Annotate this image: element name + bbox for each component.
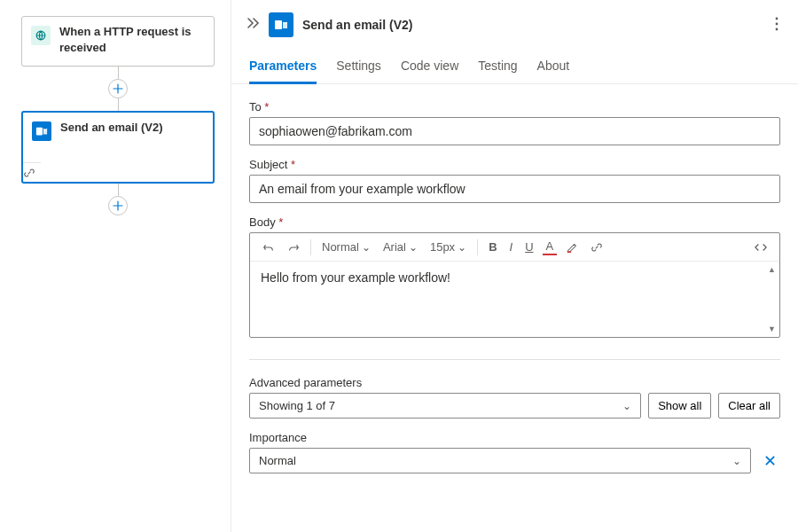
to-label: To * [249, 100, 780, 113]
tab-parameters[interactable]: Parameters [249, 59, 317, 84]
parameters-form: To * Subject * Body * Normal ⌄ Arial ⌄ 1… [231, 84, 798, 532]
add-step-button[interactable] [108, 79, 128, 98]
details-panel: Send an email (V2) Parameters Settings C… [231, 0, 798, 532]
link-icon [23, 168, 35, 182]
workflow-canvas: When a HTTP request is received Send an … [0, 0, 231, 532]
advanced-select[interactable]: Showing 1 of 7 ⌄ [249, 393, 641, 419]
to-input[interactable] [249, 117, 780, 145]
code-toggle-icon[interactable] [751, 239, 771, 255]
node-title: Send an email (V2) [60, 120, 163, 141]
panel-title: Send an email (V2) [302, 18, 412, 32]
subject-input[interactable] [249, 175, 780, 203]
http-request-icon [31, 26, 51, 45]
body-editor: Normal ⌄ Arial ⌄ 15px ⌄ B I U A ▲ Hello … [249, 232, 780, 338]
tab-about[interactable]: About [537, 59, 570, 83]
svg-rect-2 [275, 20, 282, 29]
clear-all-button[interactable]: Clear all [718, 393, 780, 419]
font-style-select[interactable]: Normal ⌄ [318, 239, 374, 255]
collapse-icon[interactable] [246, 16, 260, 34]
importance-label: Importance [249, 431, 780, 444]
node-title: When a HTTP request is received [59, 24, 205, 55]
body-label: Body * [249, 215, 780, 229]
connector [21, 66, 215, 111]
chevron-down-icon: ⌄ [622, 400, 631, 412]
italic-icon[interactable]: I [506, 239, 517, 255]
panel-header: Send an email (V2) [231, 0, 798, 43]
link-button-icon[interactable] [587, 239, 606, 255]
subject-label: Subject * [249, 158, 780, 171]
font-size-select[interactable]: 15px ⌄ [426, 239, 470, 255]
underline-icon[interactable]: U [521, 239, 536, 255]
tab-testing[interactable]: Testing [478, 59, 517, 83]
svg-rect-1 [36, 128, 43, 136]
outlook-icon [32, 121, 51, 141]
importance-select[interactable]: Normal ⌄ [249, 448, 751, 473]
redo-icon[interactable] [284, 239, 303, 255]
show-all-button[interactable]: Show all [648, 393, 711, 419]
body-textarea[interactable]: ▲ Hello from your example workflow! ▼ [250, 262, 779, 337]
font-family-select[interactable]: Arial ⌄ [379, 239, 421, 255]
add-step-button[interactable] [108, 196, 128, 215]
more-icon[interactable] [771, 13, 782, 37]
connector-end [21, 184, 215, 215]
svg-point-5 [776, 27, 778, 30]
tab-bar: Parameters Settings Code view Testing Ab… [231, 43, 798, 84]
node-send-email[interactable]: Send an email (V2) [21, 111, 215, 184]
remove-param-icon[interactable]: ✕ [760, 450, 780, 473]
rte-toolbar: Normal ⌄ Arial ⌄ 15px ⌄ B I U A [250, 233, 779, 262]
bold-icon[interactable]: B [485, 239, 500, 255]
font-color-icon[interactable]: A [543, 239, 558, 255]
scroll-up-icon[interactable]: ▲ [768, 265, 776, 274]
advanced-label: Advanced parameters [249, 376, 780, 389]
tab-code-view[interactable]: Code view [401, 59, 458, 83]
chevron-down-icon: ⌄ [732, 455, 741, 467]
undo-icon[interactable] [259, 239, 278, 255]
highlight-icon[interactable] [562, 239, 582, 255]
svg-point-3 [776, 17, 778, 20]
tab-settings[interactable]: Settings [336, 59, 381, 83]
svg-point-4 [776, 22, 778, 25]
outlook-icon [269, 12, 293, 37]
scroll-down-icon[interactable]: ▼ [768, 325, 776, 333]
node-http-request[interactable]: When a HTTP request is received [21, 16, 215, 66]
divider [249, 359, 780, 360]
